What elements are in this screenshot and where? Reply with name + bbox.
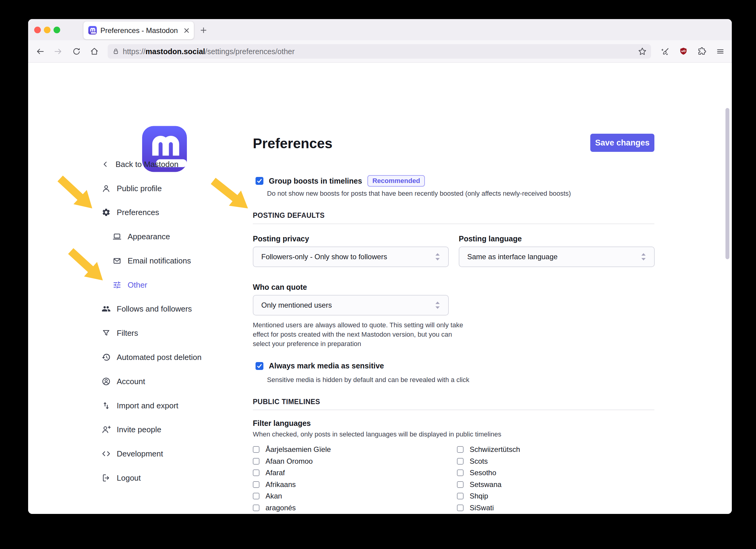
sidebar-item-label: Email notifications xyxy=(128,256,191,266)
language-checkbox[interactable] xyxy=(457,469,464,476)
sidebar-back-link[interactable]: Back to Mastodon xyxy=(102,158,178,170)
url-domain: mastodon.social xyxy=(145,47,205,56)
browser-window: Preferences - Mastodon xyxy=(28,19,732,514)
language-row: SiSwati xyxy=(457,502,520,514)
history-clock-icon xyxy=(102,353,111,362)
close-tab-icon[interactable] xyxy=(184,28,189,33)
sidebar-item-label: Filters xyxy=(117,328,138,338)
tune-sliders-icon xyxy=(112,280,122,289)
sidebar-back-label: Back to Mastodon xyxy=(116,160,178,169)
sidebar-item-label: Automated post deletion xyxy=(117,353,201,362)
sidebar-item-label: Preferences xyxy=(117,208,159,217)
language-row: Asturianu xyxy=(253,514,331,514)
sidebar-item-invite-people[interactable]: Invite people xyxy=(102,423,161,436)
sidebar-item-development[interactable]: Development xyxy=(102,448,163,460)
language-row: Afaraf xyxy=(253,467,331,479)
save-changes-button[interactable]: Save changes xyxy=(590,134,654,152)
sidebar-item-automated-post-deletion[interactable]: Automated post deletion xyxy=(102,351,201,363)
language-checkbox[interactable] xyxy=(253,469,259,476)
posting-privacy-select[interactable]: Followers-only - Only show to followers xyxy=(253,247,449,267)
ublock-shield-icon[interactable]: uO xyxy=(679,47,688,56)
posting-language-label: Posting language xyxy=(459,234,522,243)
account-circle-icon xyxy=(102,377,111,386)
new-tab-button[interactable] xyxy=(198,25,209,35)
language-checkbox[interactable] xyxy=(457,458,464,465)
gear-icon xyxy=(102,208,111,217)
menu-hamburger-icon[interactable] xyxy=(716,47,725,56)
home-icon[interactable] xyxy=(90,47,99,56)
sidebar-item-follows-and-followers[interactable]: Follows and followers xyxy=(102,303,192,315)
sidebar-item-email-notifications[interactable]: Email notifications xyxy=(112,255,191,267)
language-row: Scots xyxy=(457,456,520,467)
language-checkbox[interactable] xyxy=(457,446,464,453)
sidebar-item-preferences[interactable]: Preferences xyxy=(102,206,159,218)
laptop-icon xyxy=(112,232,122,241)
language-checkbox[interactable] xyxy=(457,505,464,511)
posting-language-value: Same as interface language xyxy=(467,253,641,261)
language-checkbox[interactable] xyxy=(253,446,259,453)
person-add-icon xyxy=(102,425,111,434)
close-window-button[interactable] xyxy=(34,27,41,33)
minimize-window-button[interactable] xyxy=(44,27,51,33)
extensions-puzzle-icon[interactable] xyxy=(697,47,706,56)
sidebar-item-appearance[interactable]: Appearance xyxy=(112,230,170,243)
clear-data-broom-icon[interactable] xyxy=(660,47,670,56)
posting-language-select[interactable]: Same as interface language xyxy=(459,247,655,267)
posting-privacy-label: Posting privacy xyxy=(253,234,309,243)
forward-icon[interactable] xyxy=(54,47,63,56)
language-checkbox[interactable] xyxy=(253,458,259,465)
language-row: Akan xyxy=(253,490,331,502)
sidebar-item-account[interactable]: Account xyxy=(102,375,145,387)
language-checkbox[interactable] xyxy=(457,493,464,499)
sidebar-item-filters[interactable]: Filters xyxy=(102,327,138,339)
who-can-quote-select[interactable]: Only mentioned users xyxy=(253,295,449,315)
reload-icon[interactable] xyxy=(72,47,81,56)
mastodon-settings-page: Back to Mastodon Public profile Preferen… xyxy=(28,63,732,514)
recommended-badge: Recommended xyxy=(367,175,425,187)
sidebar-item-label: Appearance xyxy=(128,232,170,241)
language-row: Afaan Oromoo xyxy=(253,456,331,467)
posting-privacy-value: Followers-only - Only show to followers xyxy=(261,253,435,261)
section-divider xyxy=(253,410,654,410)
language-checkbox[interactable] xyxy=(253,505,259,511)
sidebar-item-label: Logout xyxy=(117,473,141,483)
chevron-left-icon xyxy=(102,160,109,168)
public-timelines-heading: PUBLIC TIMELINES xyxy=(253,398,320,406)
language-row: Åarjelsaemien Gïele xyxy=(253,444,331,456)
url-text: https://mastodon.social/settings/prefere… xyxy=(123,47,635,56)
url-bar[interactable]: https://mastodon.social/settings/prefere… xyxy=(108,44,651,59)
sidebar-item-public-profile[interactable]: Public profile xyxy=(102,182,162,194)
envelope-icon xyxy=(112,256,122,265)
language-list-left: Åarjelsaemien Gïele Afaan Oromoo Afaraf … xyxy=(253,444,331,514)
browser-tab[interactable]: Preferences - Mastodon xyxy=(83,21,194,39)
bookmark-star-icon[interactable] xyxy=(638,47,647,56)
back-icon[interactable] xyxy=(36,47,45,56)
logout-icon xyxy=(102,473,111,482)
sidebar-item-import-and-export[interactable]: Import and export xyxy=(102,400,178,412)
person-icon xyxy=(102,184,111,193)
language-checkbox[interactable] xyxy=(457,481,464,488)
filter-languages-hint: When checked, only posts in selected lan… xyxy=(253,430,501,438)
filter-languages-label: Filter languages xyxy=(253,419,311,428)
who-can-quote-label: Who can quote xyxy=(253,283,307,292)
sidebar-item-other[interactable]: Other xyxy=(112,279,147,291)
language-checkbox[interactable] xyxy=(253,493,259,499)
sensitive-media-hint: Sensitive media is hidden by default and… xyxy=(267,376,469,384)
group-boosts-checkbox[interactable] xyxy=(256,177,263,185)
group-boosts-hint: Do not show new boosts for posts that ha… xyxy=(267,190,571,198)
sensitive-media-checkbox[interactable] xyxy=(256,362,263,370)
language-checkbox[interactable] xyxy=(253,481,259,488)
sidebar-item-logout[interactable]: Logout xyxy=(102,472,141,484)
page-scrollbar[interactable] xyxy=(725,108,729,259)
select-arrows-icon xyxy=(435,253,440,261)
screenshot-canvas: Preferences - Mastodon xyxy=(0,0,756,549)
sidebar-item-label: Account xyxy=(117,377,145,386)
code-brackets-icon xyxy=(102,449,111,458)
language-row: slovenčina xyxy=(457,514,520,514)
people-icon xyxy=(102,304,111,313)
zoom-window-button[interactable] xyxy=(54,27,60,33)
language-list-right: Schwiizertütsch Scots Sesotho Setswana S… xyxy=(457,444,520,514)
tab-title: Preferences - Mastodon xyxy=(100,26,181,35)
url-protocol: https:// xyxy=(123,47,145,56)
sidebar-item-label: Import and export xyxy=(117,401,178,410)
